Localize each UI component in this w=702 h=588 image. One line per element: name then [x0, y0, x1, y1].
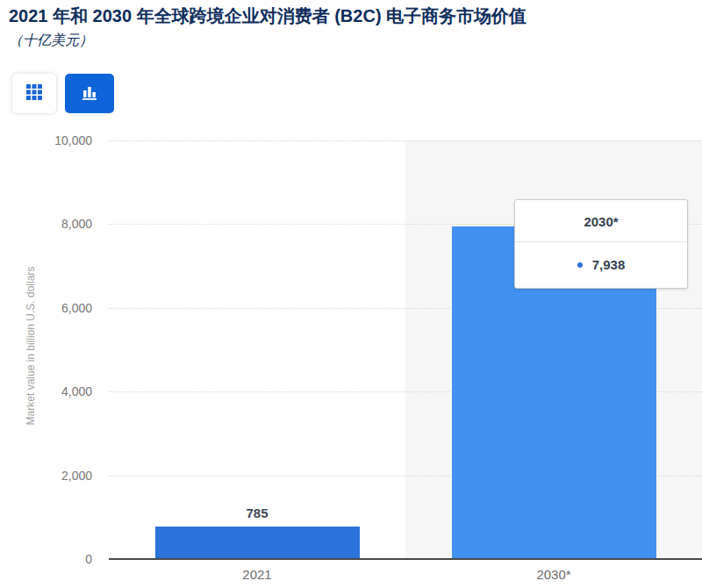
tooltip-body: 7,938	[515, 242, 687, 288]
x-tick-label: 2030*	[501, 567, 606, 582]
bar-chart-icon	[81, 83, 98, 104]
chart-subtitle: （十亿美元）	[9, 32, 93, 50]
chart-title: 2021 年和 2030 年全球跨境企业对消费者 (B2C) 电子商务市场价值	[9, 5, 693, 26]
y-tick-label: 0	[22, 552, 92, 566]
chart-view-button[interactable]	[65, 74, 114, 113]
bar-value-label: 785	[204, 506, 310, 520]
bar-2021[interactable]	[155, 527, 360, 559]
x-tick-label: 2021	[204, 567, 310, 582]
tooltip-value: 7,938	[592, 257, 626, 272]
x-axis-line	[109, 558, 702, 560]
y-axis-title: Market value in billion U.S. dollars	[25, 205, 39, 486]
grid-icon	[25, 83, 43, 104]
gridline	[109, 140, 702, 141]
tooltip-header: 2030*	[515, 200, 687, 242]
table-view-button[interactable]	[12, 74, 56, 113]
tooltip: 2030* 7,938	[514, 199, 688, 289]
bar-chart: 02,0004,0006,0008,00010,000 Market value…	[0, 123, 702, 588]
series-dot-icon	[577, 262, 583, 268]
y-tick-label: 10,000	[22, 133, 92, 147]
view-toggle-toolbar	[12, 74, 114, 113]
